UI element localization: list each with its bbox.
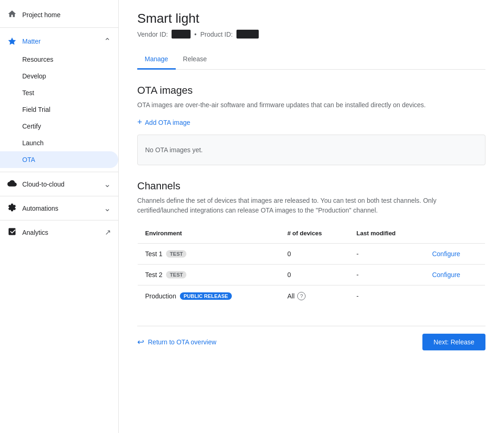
add-ota-image-link[interactable]: + Add OTA image	[137, 117, 485, 127]
star-icon	[7, 37, 17, 46]
sidebar-divider-2	[0, 172, 118, 172]
action-cell-production	[425, 285, 485, 307]
col-action	[425, 223, 485, 244]
automations-chevron-icon: ⌄	[104, 203, 111, 213]
tabs: Manage Release	[137, 50, 485, 70]
num-devices-test2: 0	[280, 265, 349, 285]
product-id-value	[236, 30, 259, 39]
table-row: Test 1 TEST 0 - Configure	[138, 244, 485, 265]
cloud-icon	[7, 179, 17, 189]
sidebar-item-resources[interactable]: Resources	[0, 51, 118, 68]
env-cell-test1: Test 1 TEST	[138, 244, 280, 265]
analytics-external-icon: ↗	[105, 228, 111, 237]
sidebar-item-test[interactable]: Test	[0, 84, 118, 101]
channels-section: Channels Channels define the set of devi…	[137, 180, 485, 307]
sidebar-item-matter[interactable]: Matter ⌃	[0, 32, 118, 51]
env-name-test2: Test 2	[145, 271, 162, 278]
badge-test2: TEST	[166, 271, 186, 278]
ota-images-empty: No OTA images yet.	[137, 135, 485, 165]
sidebar-item-launch[interactable]: Launch	[0, 135, 118, 151]
help-icon[interactable]: ?	[297, 292, 306, 300]
next-release-button[interactable]: Next: Release	[422, 334, 485, 350]
num-devices-production: All ?	[280, 285, 349, 307]
last-modified-production: -	[349, 285, 425, 307]
configure-link-test2[interactable]: Configure	[432, 271, 460, 278]
sidebar-item-automations[interactable]: Automations ⌄	[0, 198, 118, 218]
tab-release[interactable]: Release	[176, 50, 214, 70]
all-label: All	[287, 292, 295, 300]
env-cell-production: Production PUBLIC RELEASE	[138, 285, 280, 307]
col-last-modified: Last modified	[349, 223, 425, 244]
sidebar-item-field-trial[interactable]: Field Trial	[0, 101, 118, 118]
sidebar-item-analytics[interactable]: Analytics ↗	[0, 222, 118, 242]
table-row: Production PUBLIC RELEASE All ? -	[138, 285, 485, 307]
main-content: Smart light Vendor ID: • Product ID: Man…	[119, 0, 504, 433]
add-icon: +	[137, 117, 142, 127]
vendor-id-value	[172, 30, 191, 39]
sidebar-item-ota[interactable]: OTA	[0, 151, 118, 168]
matter-subitems: Resources Develop Test Field Trial Certi…	[0, 51, 118, 168]
analytics-icon	[7, 227, 17, 238]
action-cell-test1: Configure	[425, 244, 485, 265]
cloud-chevron-icon: ⌄	[104, 179, 111, 189]
return-icon: ↩	[137, 337, 144, 347]
table-row: Test 2 TEST 0 - Configure	[138, 265, 485, 285]
num-devices-test1: 0	[280, 244, 349, 265]
matter-label: Matter	[22, 38, 41, 45]
env-cell-test2: Test 2 TEST	[138, 265, 280, 285]
ota-images-description: OTA images are over-the-air software and…	[137, 100, 485, 110]
project-home-label: Project home	[22, 11, 60, 19]
vendor-id-label: Vendor ID:	[137, 31, 168, 38]
action-cell-test2: Configure	[425, 265, 485, 285]
table-body: Test 1 TEST 0 - Configure Test 2	[138, 244, 485, 307]
page-title: Smart light	[137, 11, 485, 26]
last-modified-test2: -	[349, 265, 425, 285]
launch-label: Launch	[22, 139, 44, 147]
ota-images-section: OTA images OTA images are over-the-air s…	[137, 84, 485, 165]
sidebar-section-matter: Matter ⌃ Resources Develop Test Field Tr…	[0, 30, 118, 170]
field-trial-label: Field Trial	[22, 106, 51, 113]
last-modified-test1: -	[349, 244, 425, 265]
sidebar-divider	[0, 27, 118, 28]
test-label: Test	[22, 89, 34, 97]
env-name-production: Production	[145, 292, 176, 300]
resources-label: Resources	[22, 56, 53, 63]
sidebar-divider-3	[0, 196, 118, 196]
meta-separator: •	[194, 31, 197, 38]
empty-message: No OTA images yet.	[145, 146, 203, 154]
channels-title: Channels	[137, 180, 485, 192]
add-ota-image-label: Add OTA image	[145, 119, 191, 126]
meta-row: Vendor ID: • Product ID:	[137, 30, 485, 39]
matter-chevron-icon: ⌃	[104, 36, 111, 46]
badge-test1: TEST	[166, 250, 186, 258]
develop-label: Develop	[22, 72, 46, 80]
channels-description: Channels define the set of devices that …	[137, 196, 485, 215]
cloud-to-cloud-label: Cloud-to-cloud	[22, 181, 64, 188]
ota-label: OTA	[22, 156, 35, 163]
return-link[interactable]: ↩ Return to OTA overview	[137, 337, 217, 347]
sidebar-item-cloud-to-cloud[interactable]: Cloud-to-cloud ⌄	[0, 174, 118, 194]
return-label: Return to OTA overview	[148, 338, 217, 346]
sidebar-project-home[interactable]: Project home	[0, 4, 118, 26]
sidebar-item-certify[interactable]: Certify	[0, 118, 118, 135]
analytics-label: Analytics	[22, 229, 48, 236]
sidebar: Project home Matter ⌃ Resources Develop …	[0, 0, 119, 433]
certify-label: Certify	[22, 123, 41, 130]
ota-images-title: OTA images	[137, 84, 485, 97]
col-environment: Environment	[138, 223, 280, 244]
product-id-label: Product ID:	[200, 31, 233, 38]
automations-label: Automations	[22, 205, 58, 212]
col-num-devices: # of devices	[280, 223, 349, 244]
footer: ↩ Return to OTA overview Next: Release	[137, 326, 485, 358]
badge-production: PUBLIC RELEASE	[180, 292, 232, 300]
env-name-test1: Test 1	[145, 250, 162, 258]
table-header: Environment # of devices Last modified	[138, 223, 485, 244]
automations-icon	[7, 203, 17, 213]
sidebar-item-develop[interactable]: Develop	[0, 68, 118, 84]
channels-table: Environment # of devices Last modified T…	[137, 223, 485, 307]
configure-link-test1[interactable]: Configure	[432, 250, 460, 258]
sidebar-divider-4	[0, 220, 118, 220]
tab-manage[interactable]: Manage	[137, 50, 176, 70]
home-icon	[7, 9, 17, 20]
